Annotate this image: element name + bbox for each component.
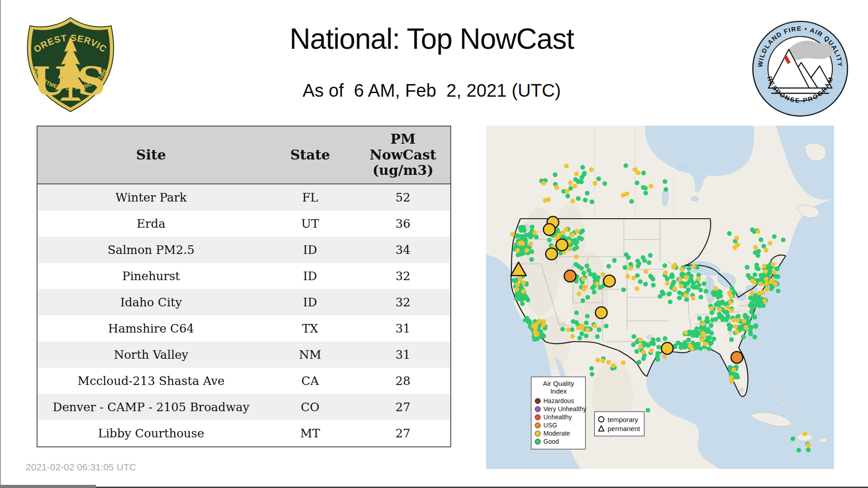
state-cell: TX	[264, 315, 355, 342]
monitor-dot	[662, 263, 667, 268]
table-row: Libby CourthouseMT27	[37, 420, 451, 447]
monitor-dot	[580, 298, 585, 303]
monitor-dot	[533, 325, 538, 330]
monitor-dot	[581, 271, 586, 275]
monitor-dot	[762, 298, 767, 303]
monitor-dot	[560, 327, 565, 331]
monitor-dot	[528, 241, 533, 246]
monitor-dot	[530, 225, 534, 229]
monitor-dot	[649, 348, 654, 353]
top-nowcast-table: Site State PM NowCast (ug/m3) Winter Par…	[37, 126, 451, 447]
monitor-dot	[761, 290, 765, 295]
monitor-dot	[697, 316, 702, 320]
monitor-dot	[576, 264, 580, 268]
monitor-dot	[626, 255, 631, 260]
aqi-legend-item: Unhealthy	[535, 413, 582, 421]
monitor-dot	[761, 303, 766, 308]
monitor-dot	[515, 291, 520, 296]
monitor-dot	[758, 282, 763, 286]
monitor-dot	[741, 334, 745, 339]
horizontal-scrollbar-thumb[interactable]	[0, 485, 96, 488]
monitor-dot	[641, 255, 645, 260]
monitor-dot	[729, 338, 734, 342]
monitor-dot	[676, 341, 680, 345]
monitor-dot	[529, 257, 534, 262]
site-cell: Mccloud-213 Shasta Ave	[37, 368, 264, 394]
aqi-legend-item: Good	[535, 437, 582, 446]
legend-row-temporary: temporary	[598, 415, 641, 424]
monitor-dot	[790, 436, 795, 441]
monitor-dot	[744, 325, 748, 329]
monitor-dot	[583, 285, 587, 289]
monitor-dot	[595, 358, 600, 362]
monitor-dot	[649, 184, 653, 188]
monitor-dot	[641, 350, 646, 354]
wfaqrp-logo: WILDLAND FIRE • AIR QUALITY RESPONSE PRO…	[750, 19, 850, 118]
monitor-dot	[679, 267, 684, 272]
value-cell: 36	[356, 211, 451, 237]
monitor-dot	[729, 324, 733, 328]
page-title: National: Top NowCast	[118, 23, 746, 56]
monitor-dot	[649, 275, 653, 279]
monitor-dot	[713, 286, 718, 291]
monitor-dot	[638, 344, 643, 349]
monitor-dot	[553, 173, 557, 177]
aqi-legend-items: HazardousVery UnhealthyUnhealthyUSGModer…	[535, 397, 582, 446]
monitor-dot	[656, 337, 660, 342]
table-row: ErdaUT36	[37, 211, 451, 237]
aqi-color-swatch	[535, 422, 541, 428]
monitor-dot	[684, 330, 688, 335]
monitor-dot	[753, 245, 758, 249]
state-cell: UT	[264, 211, 355, 237]
monitor-dot	[756, 267, 760, 271]
monitor-dot	[643, 282, 648, 286]
monitor-dot	[656, 345, 661, 349]
monitor-dot	[634, 349, 639, 354]
table-row: PinehurstID32	[37, 263, 451, 289]
monitor-dot	[565, 189, 570, 193]
monitor-dot	[656, 357, 660, 361]
top-site-marker	[543, 224, 555, 235]
monitor-dot	[735, 318, 740, 323]
monitor-dot	[604, 324, 609, 328]
monitor-dot	[651, 342, 656, 346]
aqi-legend-label: Very Unhealthy	[543, 405, 586, 413]
monitor-dot	[751, 314, 755, 319]
monitor-dot	[733, 324, 738, 328]
monitor-dot	[590, 199, 594, 204]
monitor-dot	[691, 296, 695, 300]
monitor-dot	[564, 227, 568, 232]
monitor-dot	[641, 171, 646, 175]
monitor-dot	[741, 319, 746, 324]
monitor-dot	[706, 327, 710, 332]
monitor-dot	[679, 272, 684, 276]
table-row: Mccloud-213 Shasta AveCA28	[37, 368, 451, 394]
monitor-dot	[709, 306, 714, 311]
temporary-label: temporary	[608, 416, 638, 423]
monitor-dot	[776, 289, 780, 293]
monitor-dot	[773, 274, 778, 278]
monitor-dot	[683, 340, 687, 345]
aqi-legend-label: USG	[543, 422, 557, 429]
forest-service-logo: FOREST SERVICE U S DEPARTMENT OF AGRICUL…	[25, 16, 116, 113]
monitor-dot	[698, 288, 703, 292]
site-cell: North Valley	[37, 342, 264, 368]
aqi-color-swatch	[535, 406, 541, 412]
monitor-dot	[673, 263, 677, 267]
monitor-dot	[515, 248, 520, 253]
monitor-dot	[797, 448, 801, 452]
monitor-dot	[686, 287, 690, 292]
monitor-dot	[727, 291, 731, 295]
site-cell: Libby Courthouse	[37, 420, 264, 447]
monitor-dot	[748, 332, 753, 336]
state-cell: ID	[264, 289, 355, 315]
monitor-dot	[638, 338, 642, 342]
table-row: Hamshire C64TX31	[37, 315, 451, 342]
monitor-dot	[729, 379, 734, 384]
monitor-dot	[593, 324, 597, 328]
monitor-dot	[754, 324, 758, 328]
monitor-dot	[537, 319, 542, 323]
monitor-dot	[702, 333, 706, 338]
monitor-dot	[731, 367, 736, 372]
top-site-marker	[604, 275, 615, 287]
